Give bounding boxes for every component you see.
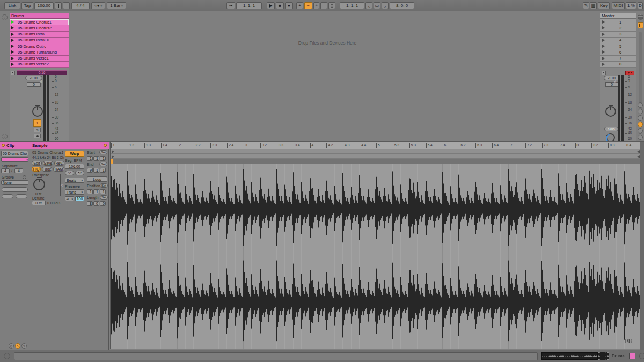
warp-button[interactable]: Warp <box>65 151 84 157</box>
track-header[interactable]: Drums <box>10 13 69 19</box>
overdub-button[interactable]: + <box>296 2 303 9</box>
clip-launch-button[interactable] <box>10 56 16 61</box>
browser-toggle[interactable]: ‹ <box>2 14 8 20</box>
tempo-halve-button[interactable]: :2 <box>65 171 74 175</box>
key-map-button[interactable]: Key <box>598 2 610 9</box>
clip-start-flag[interactable] <box>111 159 113 164</box>
beat-time-ruler[interactable]: 11.21.31.422.22.32.433.23.33.444.24.34.4… <box>111 142 641 149</box>
nudge-down-button[interactable] <box>55 2 62 9</box>
scene-row[interactable]: 8 <box>600 62 636 68</box>
signature-denominator-field[interactable]: 4 <box>14 168 23 173</box>
end-values[interactable]: 911 <box>87 168 106 173</box>
sample-box-icon[interactable] <box>104 144 107 147</box>
start-end-marker-row[interactable] <box>111 154 641 159</box>
scene-launch-button[interactable] <box>600 62 606 67</box>
position-value-field[interactable]: 1 <box>87 156 93 161</box>
end-set-button[interactable]: Set <box>99 162 107 166</box>
tap-tempo-button[interactable]: Tap <box>21 2 33 9</box>
track-delay-section-toggle[interactable] <box>638 128 643 134</box>
position-value-field[interactable]: 1 <box>87 189 93 194</box>
arrangement-record-button[interactable]: ● <box>285 2 293 9</box>
start-set-button[interactable]: Set <box>99 150 107 154</box>
loop-button[interactable]: Loop <box>87 176 107 182</box>
clip-slot[interactable]: 05 Drums Chorus1 <box>10 19 69 25</box>
info-view-toggle[interactable]: ‹ <box>2 134 8 139</box>
loop-start-marker[interactable] <box>112 150 114 153</box>
position-value-field[interactable]: 0 <box>93 201 99 206</box>
clip-box-header[interactable]: Clip <box>0 142 30 149</box>
start-values[interactable]: 111 <box>87 156 106 161</box>
ram-button[interactable]: RAM <box>53 167 64 172</box>
clip-stop-button[interactable] <box>11 71 15 75</box>
waveform-canvas[interactable] <box>111 164 641 349</box>
revert-sample-button[interactable]: Rev. <box>54 161 64 166</box>
groove-chooser[interactable]: None <box>1 180 28 185</box>
position-value-field[interactable]: 1 <box>100 168 106 173</box>
nudge-forward-button[interactable]: ► <box>16 194 27 198</box>
scene-launch-button[interactable] <box>600 56 606 61</box>
fade-button[interactable]: Fade <box>42 167 52 172</box>
track-activator-button[interactable]: 1 <box>33 119 41 127</box>
save-sample-button[interactable]: Save <box>43 161 53 166</box>
sends-section-toggle[interactable] <box>638 109 643 114</box>
envelope-box-toggle[interactable]: ◷ <box>9 343 14 349</box>
nudge-up-button[interactable] <box>63 2 70 9</box>
detail-view-toggle[interactable] <box>639 353 644 359</box>
position-value-field[interactable]: 1 <box>93 189 99 194</box>
back-to-arrangement-button[interactable] <box>320 2 327 9</box>
position-value-field[interactable]: 0 <box>100 201 106 206</box>
groove-pool-icon[interactable] <box>23 175 26 179</box>
seg-bpm-field[interactable]: 106.00 <box>65 164 84 169</box>
position-value-field[interactable]: 1 <box>100 156 106 161</box>
punch-in-button[interactable]: ◟ <box>365 2 372 9</box>
clip-slot[interactable]: 05 Drums Intro <box>10 32 69 38</box>
scene-launch-button[interactable] <box>600 25 606 31</box>
computer-midi-keyboard-button[interactable]: ▦ <box>590 2 597 9</box>
scrub-area[interactable] <box>111 159 641 164</box>
sample-box-toggle[interactable]: ∿ <box>15 343 20 349</box>
start-marker[interactable] <box>112 155 114 158</box>
loop-start-field[interactable]: 1. 1. 1 <box>340 2 364 9</box>
punch-out-button[interactable]: ◞ <box>382 2 389 9</box>
master-level-meter[interactable] <box>618 75 624 141</box>
midi-map-button[interactable]: MIDI <box>612 2 625 9</box>
gain-slider-handle[interactable]: ◁ <box>61 183 63 187</box>
arrangement-position-field[interactable]: 1. 1. 1 <box>236 2 262 9</box>
nudge-back-button[interactable]: ◄ <box>2 194 13 198</box>
preserve-chooser[interactable]: Trans▾ <box>65 189 84 195</box>
tempo-field[interactable]: 106.00 <box>34 2 54 9</box>
scene-row[interactable]: 7 <box>600 56 636 62</box>
clip-name-field[interactable]: 05 Drums Cho <box>1 151 28 156</box>
clip-activator-icon[interactable] <box>2 144 5 147</box>
time-signature-field[interactable]: 4 / 4 <box>71 2 90 9</box>
position-value-field[interactable]: 1 <box>93 156 99 161</box>
position-value-field[interactable]: 1 <box>100 189 106 194</box>
edit-sample-button[interactable]: Edit <box>32 161 42 166</box>
session-record-button[interactable] <box>328 2 335 9</box>
commit-groove-button[interactable]: Commit <box>2 187 28 192</box>
modulation-box-toggle[interactable]: ✎ <box>21 343 27 349</box>
position-set-button[interactable]: Set <box>100 183 108 188</box>
quantization-menu[interactable]: 1 Bar▾ <box>107 2 126 9</box>
mixer-section-toggle[interactable] <box>638 122 643 127</box>
tempo-double-button[interactable]: *2 <box>75 171 84 175</box>
returns-section-toggle[interactable] <box>638 115 643 121</box>
end-marker[interactable] <box>637 155 640 158</box>
session-view-toggle[interactable] <box>638 22 643 28</box>
clip-color-chooser[interactable]: ▾ <box>1 157 28 162</box>
clip-launch-button[interactable] <box>10 49 16 55</box>
transpose-knob[interactable] <box>33 179 45 190</box>
master-track-header[interactable]: Master <box>600 13 636 19</box>
position-values[interactable]: 111 <box>87 189 106 194</box>
scene-row[interactable]: 3 <box>600 32 636 38</box>
clip-slot[interactable]: 05 Drums IntroFill <box>10 38 69 43</box>
master-solo-button[interactable]: Solo <box>604 127 618 131</box>
scene-row[interactable]: 4 <box>600 38 636 43</box>
position-value-field[interactable]: 8 <box>87 201 93 206</box>
stop-all-clips-button[interactable] <box>602 71 606 75</box>
follow-button[interactable]: ⇥ <box>226 2 235 9</box>
metronome-menu[interactable]: ○●▾ <box>91 2 105 9</box>
scene-launch-button[interactable] <box>600 19 606 25</box>
clip-slot[interactable]: 05 Drums Outro <box>10 43 69 49</box>
loop-switch-button[interactable]: ▭ <box>374 2 380 9</box>
